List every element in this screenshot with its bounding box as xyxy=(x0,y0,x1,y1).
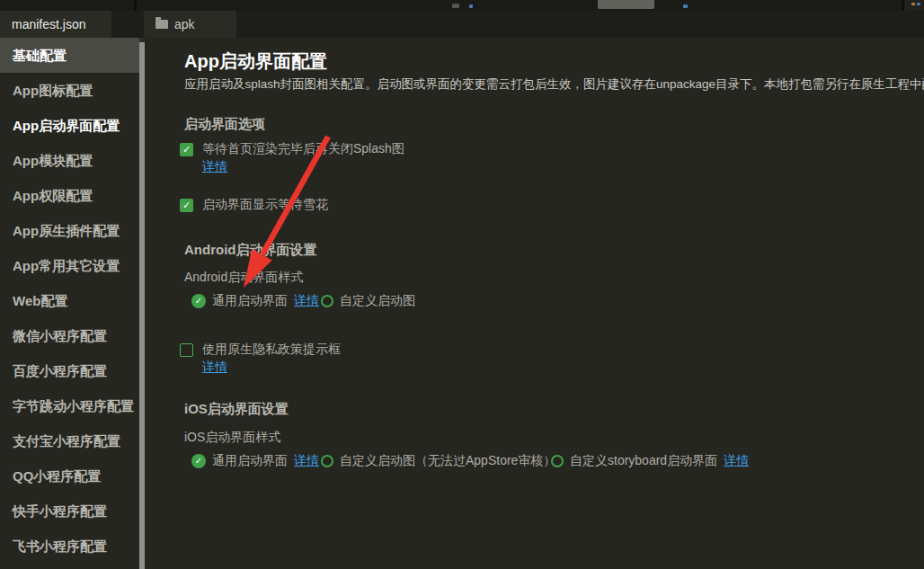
ios-generic-radio-group: ✓ 通用启动界面 详情 xyxy=(191,453,319,469)
privacy-checkbox-row: 使用原生隐私政策提示框 xyxy=(180,342,341,358)
android-custom-radio-icon[interactable] xyxy=(321,295,333,307)
sidebar-item-bytedance-mp-config[interactable]: 字节跳动小程序配置 xyxy=(0,388,139,423)
toolbar-icon-fragment xyxy=(683,4,688,8)
toolbar-icon-fragment xyxy=(469,4,473,8)
sidebar-item-app-launch-config[interactable]: App启动界面配置 xyxy=(0,108,139,143)
ios-storyboard-radio-icon[interactable] xyxy=(551,455,564,467)
ios-generic-radio-label: 通用启动界面 xyxy=(212,453,288,469)
sidebar-item-web-config[interactable]: Web配置 xyxy=(0,283,139,318)
android-generic-detail-link[interactable]: 详情 xyxy=(294,293,319,309)
section-heading-android: Android启动界面设置 xyxy=(184,242,317,259)
toolbar-divider xyxy=(134,0,137,11)
sidebar-item-basic-config[interactable]: 基础配置 xyxy=(0,38,139,73)
ios-custom-image-radio-group: 自定义启动图（无法过AppStore审核） xyxy=(321,453,555,469)
page-title: App启动界面配置 xyxy=(184,49,327,74)
wait-splash-checkbox[interactable]: ✓ xyxy=(180,143,193,156)
check-icon: ✓ xyxy=(180,143,193,156)
ios-style-label: iOS启动界面样式 xyxy=(184,430,280,446)
config-sidebar: 基础配置 App图标配置 App启动界面配置 App模块配置 App权限配置 A… xyxy=(0,38,147,569)
wait-splash-label: 等待首页渲染完毕后再关闭Splash图 xyxy=(202,141,404,157)
toolbar-icon-fragment xyxy=(452,4,459,8)
sidebar-scrollbar-thumb[interactable] xyxy=(139,42,145,569)
launch-config-panel: App启动界面配置 应用启动及splash封面图相关配置。启动图或界面的变更需云… xyxy=(147,38,924,569)
check-icon: ✓ xyxy=(191,294,206,308)
check-icon: ✓ xyxy=(180,199,193,212)
page-description: 应用启动及splash封面图相关配置。启动图或界面的变更需云打包后生效，图片建议… xyxy=(184,76,924,93)
section-heading-ios: iOS启动界面设置 xyxy=(184,401,289,418)
folder-icon xyxy=(155,20,168,29)
ios-storyboard-detail-link[interactable]: 详情 xyxy=(724,453,749,469)
ios-storyboard-radio-group: 自定义storyboard启动界面 详情 xyxy=(551,453,749,469)
check-icon: ✓ xyxy=(191,454,206,468)
privacy-detail-link[interactable]: 详情 xyxy=(202,360,227,376)
tab-label: apk xyxy=(174,17,195,31)
android-style-label: Android启动界面样式 xyxy=(184,270,303,286)
sidebar-item-kuaishou-mp-config[interactable]: 快手小程序配置 xyxy=(0,493,139,529)
hbuilderx-manifest-editor: manifest.json apk 基础配置 App图标配置 App启动界面配置… xyxy=(0,0,924,569)
android-generic-radio-group: ✓ 通用启动界面 详情 xyxy=(191,293,319,309)
sidebar-item-app-native-plugins-config[interactable]: App原生插件配置 xyxy=(0,213,139,248)
toolbar-highlighted-button-fragment xyxy=(598,0,654,9)
toolbar-icon-fragment xyxy=(911,3,915,5)
show-snow-checkbox-row: ✓ 启动界面显示等待雪花 xyxy=(180,197,328,213)
tab-manifest-json[interactable]: manifest.json xyxy=(0,11,111,38)
privacy-label: 使用原生隐私政策提示框 xyxy=(202,342,341,358)
privacy-checkbox[interactable] xyxy=(180,343,193,357)
show-snow-checkbox[interactable]: ✓ xyxy=(180,199,193,212)
toolbar-corner-fragment xyxy=(905,0,924,11)
ios-custom-image-radio-label: 自定义启动图（无法过AppStore审核） xyxy=(340,453,555,469)
sidebar-item-feishu-mp-config[interactable]: 飞书小程序配置 xyxy=(0,529,139,564)
sidebar-item-weixin-mp-config[interactable]: 微信小程序配置 xyxy=(0,318,139,353)
android-generic-radio-label: 通用启动界面 xyxy=(212,293,288,309)
toolbar-divider xyxy=(902,0,904,11)
sidebar-item-alipay-mp-config[interactable]: 支付宝小程序配置 xyxy=(0,423,139,458)
sidebar-item-app-icon-config[interactable]: App图标配置 xyxy=(0,73,139,108)
ios-custom-image-radio-icon[interactable] xyxy=(321,455,333,467)
editor-tab-bar: manifest.json apk xyxy=(0,11,924,38)
sidebar-item-app-permissions-config[interactable]: App权限配置 xyxy=(0,178,139,213)
toolbar-icon-fragment xyxy=(917,3,920,5)
sidebar-item-app-modules-config[interactable]: App模块配置 xyxy=(0,143,139,178)
tab-apk[interactable]: apk xyxy=(144,11,236,38)
wait-splash-checkbox-row: ✓ 等待首页渲染完毕后再关闭Splash图 xyxy=(180,141,404,157)
sidebar-item-app-misc-settings[interactable]: App常用其它设置 xyxy=(0,248,139,283)
tab-label: manifest.json xyxy=(12,17,85,31)
ios-generic-radio-checked-icon[interactable]: ✓ xyxy=(191,454,206,468)
sidebar-item-qq-mp-config[interactable]: QQ小程序配置 xyxy=(0,458,139,493)
ios-storyboard-radio-label: 自定义storyboard启动界面 xyxy=(570,453,717,469)
sidebar-scrollbar-track xyxy=(139,38,145,569)
show-snow-label: 启动界面显示等待雪花 xyxy=(202,197,328,213)
toolbar-strip xyxy=(0,0,924,11)
sidebar-item-baidu-mp-config[interactable]: 百度小程序配置 xyxy=(0,353,139,388)
section-heading-launch-options: 启动界面选项 xyxy=(184,116,265,133)
wait-splash-detail-link[interactable]: 详情 xyxy=(202,159,227,175)
android-generic-radio-checked-icon[interactable]: ✓ xyxy=(191,294,206,308)
ios-generic-detail-link[interactable]: 详情 xyxy=(294,453,319,469)
android-custom-radio-label: 自定义启动图 xyxy=(340,293,415,309)
android-custom-radio-group: 自定义启动图 xyxy=(321,293,415,309)
